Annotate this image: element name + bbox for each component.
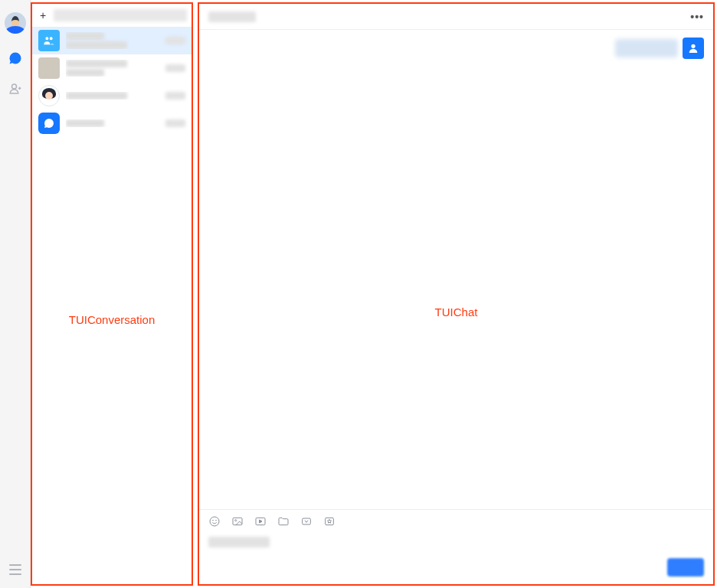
conversation-title bbox=[66, 92, 127, 100]
conversation-item[interactable] bbox=[32, 54, 192, 82]
conversation-item[interactable] bbox=[32, 27, 192, 54]
conversation-preview bbox=[66, 69, 104, 77]
chat-title bbox=[208, 11, 256, 22]
nav-message[interactable] bbox=[5, 47, 26, 69]
image-icon[interactable] bbox=[231, 515, 244, 528]
group-avatar-icon bbox=[38, 30, 60, 51]
video-icon[interactable] bbox=[254, 515, 267, 528]
chat-body bbox=[199, 30, 713, 509]
conversation-search[interactable] bbox=[54, 9, 187, 21]
conversation-header: + bbox=[32, 4, 192, 27]
left-nav bbox=[0, 0, 31, 588]
more-button[interactable]: ••• bbox=[690, 11, 704, 23]
folder-icon[interactable] bbox=[277, 515, 290, 528]
conversation-title bbox=[66, 32, 104, 40]
nav-menu[interactable] bbox=[9, 564, 21, 577]
conversation-item[interactable] bbox=[32, 82, 192, 109]
chat-input-area[interactable] bbox=[199, 532, 713, 584]
sender-avatar-icon bbox=[683, 38, 704, 59]
svg-point-0 bbox=[210, 517, 219, 526]
emoji-icon[interactable] bbox=[208, 515, 221, 528]
user-avatar-icon bbox=[38, 57, 60, 79]
chat-toolbar bbox=[199, 509, 713, 532]
conversation-title bbox=[66, 119, 104, 127]
message-row bbox=[615, 38, 704, 59]
conversation-time bbox=[165, 119, 185, 127]
user-avatar-icon bbox=[38, 85, 60, 106]
conversation-list bbox=[32, 27, 192, 584]
svg-rect-6 bbox=[303, 518, 311, 524]
svg-point-4 bbox=[235, 519, 237, 521]
nav-contacts[interactable] bbox=[5, 78, 26, 100]
new-conversation-button[interactable]: + bbox=[37, 9, 49, 21]
chat-header: ••• bbox=[199, 4, 713, 30]
message-bubble bbox=[615, 39, 678, 57]
conversation-panel: + bbox=[31, 2, 193, 586]
chat-input-placeholder bbox=[208, 537, 270, 547]
svg-point-1 bbox=[213, 520, 214, 521]
send-button[interactable] bbox=[667, 558, 704, 577]
star-icon[interactable] bbox=[323, 515, 336, 528]
chat-annotation: TUIChat bbox=[199, 305, 713, 318]
chat-panel: ••• TUIChat bbox=[198, 2, 715, 586]
user-avatar[interactable] bbox=[5, 12, 26, 34]
capture-icon[interactable] bbox=[300, 515, 313, 528]
svg-point-2 bbox=[216, 520, 217, 521]
conversation-time bbox=[165, 92, 185, 100]
conversation-time bbox=[165, 64, 185, 72]
conversation-annotation: TUIConversation bbox=[32, 313, 192, 326]
conversation-time bbox=[165, 37, 185, 44]
conversation-title bbox=[66, 60, 127, 67]
conversation-item[interactable] bbox=[32, 109, 192, 137]
conversation-preview bbox=[66, 41, 127, 49]
bot-avatar-icon bbox=[38, 113, 60, 134]
